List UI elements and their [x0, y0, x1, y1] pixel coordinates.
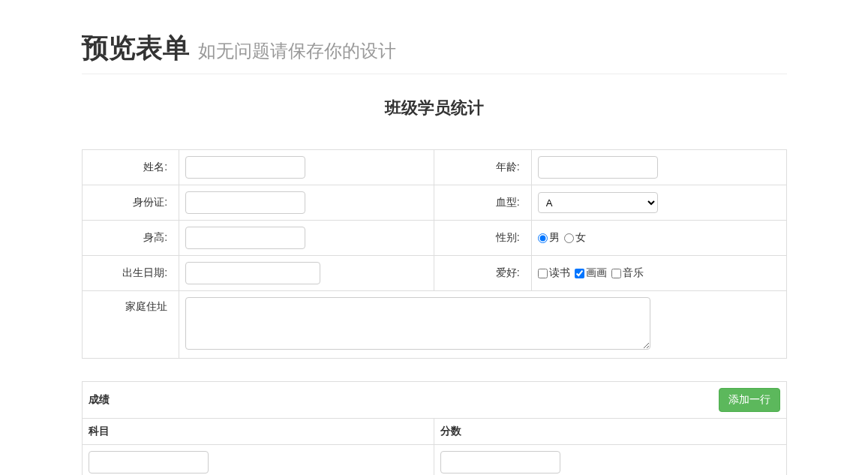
height-input[interactable]: [185, 227, 305, 249]
grades-col-score: 分数: [434, 419, 787, 445]
idcard-label: 身份证:: [82, 185, 179, 221]
height-label: 身高:: [82, 221, 179, 256]
hobby-option-music: 音乐: [623, 266, 644, 278]
hobby-option-drawing: 画画: [586, 266, 607, 278]
idcard-input[interactable]: [185, 191, 305, 214]
hobby-checkbox-reading[interactable]: [538, 269, 548, 278]
table-row: [82, 445, 786, 476]
page-subtitle: 如无问题请保存你的设计: [198, 41, 396, 61]
gender-radio-group: 男 女: [538, 231, 587, 243]
grades-col-subject: 科目: [82, 419, 434, 445]
age-label: 年龄:: [434, 150, 531, 185]
hobby-option-reading: 读书: [549, 266, 570, 278]
address-textarea[interactable]: [185, 297, 650, 350]
score-input[interactable]: [440, 451, 560, 473]
gender-label: 性别:: [434, 221, 531, 256]
gender-radio-male[interactable]: [538, 233, 548, 243]
page-title: 预览表单: [82, 32, 190, 63]
page-header: 预览表单 如无问题请保存你的设计: [82, 30, 787, 74]
gender-radio-female[interactable]: [564, 233, 574, 243]
add-row-button[interactable]: 添加一行: [719, 388, 780, 412]
gender-option-male: 男: [549, 231, 560, 243]
form-table: 姓名: 年龄: 身份证: 血型: A 身高: 性别: 男 女: [82, 149, 787, 359]
birthdate-label: 出生日期:: [82, 256, 179, 291]
hobby-checkbox-group: 读书 画画 音乐: [538, 266, 645, 278]
form-title: 班级学员统计: [82, 97, 787, 119]
subject-input[interactable]: [89, 451, 209, 473]
address-label: 家庭住址: [82, 291, 179, 359]
bloodtype-select[interactable]: A: [538, 192, 658, 213]
gender-option-female: 女: [575, 231, 586, 243]
grades-title: 成绩: [89, 393, 110, 407]
birthdate-input[interactable]: [185, 262, 320, 284]
hobby-checkbox-drawing[interactable]: [575, 269, 584, 278]
hobby-checkbox-music[interactable]: [611, 269, 621, 278]
age-input[interactable]: [538, 156, 658, 179]
hobby-label: 爱好:: [434, 256, 531, 291]
name-input[interactable]: [185, 156, 305, 179]
grades-table: 成绩 添加一行 科目 分数: [82, 381, 787, 475]
name-label: 姓名:: [82, 150, 179, 185]
bloodtype-label: 血型:: [434, 185, 531, 221]
